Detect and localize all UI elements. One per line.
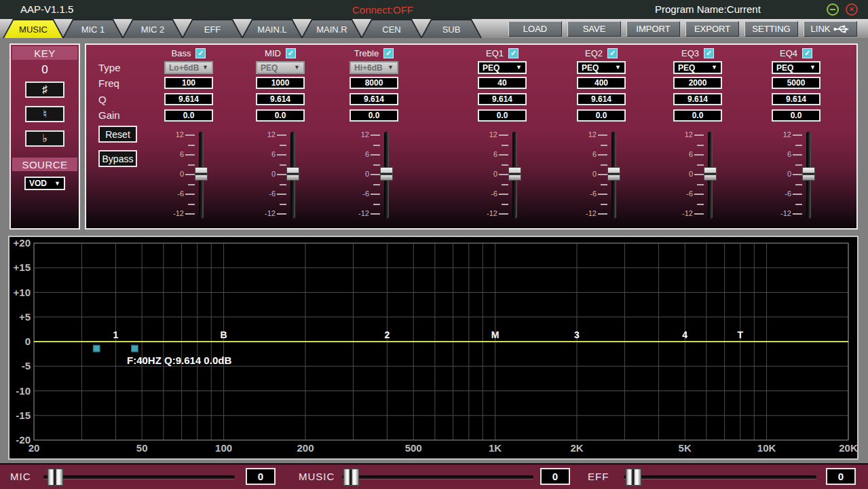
tab-mic-2[interactable]: MIC 2 [122,19,183,38]
tab-mic-1[interactable]: MIC 1 [62,19,124,38]
tab-main-l[interactable]: MAIN.L [242,19,303,38]
tab-music[interactable]: MUSIC [3,19,64,38]
treble-gain-fader[interactable]: 1260-6-12 [353,130,398,221]
eq3-gain-fader[interactable]: 1260-6-12 [677,130,721,221]
link-button[interactable]: LINK [804,21,857,37]
eq4-type-select[interactable]: PEQ▼ [772,61,820,74]
bass-fader-handle[interactable] [195,167,208,181]
fader-tick [694,134,704,136]
tab-cen[interactable]: CEN [361,19,422,38]
eq4-gain-input[interactable]: 0.0 [772,109,820,122]
eq1-gain-input[interactable]: 0.0 [478,109,527,122]
mid-q-input[interactable]: 9.614 [256,93,305,105]
load-button[interactable]: LOAD [508,21,562,37]
eq4-freq-input[interactable]: 5000 [772,77,820,89]
chevron-down-icon: ▼ [54,181,60,187]
key-flat-button[interactable]: ♭ [25,130,64,147]
eq4-enable-checkbox[interactable]: ✓ [802,48,812,58]
eq2-type-select[interactable]: PEQ▼ [577,61,626,74]
bass-freq-input[interactable]: 100 [164,77,213,89]
import-button[interactable]: IMPORT [626,21,680,37]
eq2-enable-checkbox[interactable]: ✓ [607,48,618,58]
eq2-label: EQ2 [585,48,603,58]
fader-tick-label: 0 [677,170,693,178]
treble-enable-checkbox[interactable]: ✓ [383,48,394,58]
eff-volume-value[interactable]: 0 [826,468,856,485]
eq4-fader-handle[interactable] [802,167,815,181]
eq-channels-panel: TypeFreqQGain Reset Bypass Bass✓Lo+6dB▼1… [85,43,858,230]
eq2-q-input[interactable]: 9.614 [577,93,626,105]
key-natural-button[interactable]: ♮ [25,106,64,122]
treble-fader-handle[interactable] [380,167,393,181]
music-volume-slider[interactable] [342,475,533,479]
band-marker-4[interactable]: 4 [682,329,687,340]
key-sharp-button[interactable]: ♯ [25,82,64,98]
band-marker-t[interactable]: T [738,329,744,340]
band-marker-b[interactable]: B [221,329,227,340]
mic-volume-slider[interactable] [43,475,235,479]
eq1-gain-fader[interactable]: 1260-6-12 [481,130,526,221]
eq1-fader-handle[interactable] [508,167,521,181]
minimize-button[interactable] [827,3,839,16]
bass-enable-checkbox[interactable]: ✓ [195,48,206,58]
eq-band-handle[interactable] [93,345,100,352]
tab-face: SUB [422,20,480,38]
eq2-gain-input[interactable]: 0.0 [577,109,626,122]
band-marker-2[interactable]: 2 [385,329,390,340]
bass-gain-fader[interactable]: 1260-6-12 [168,130,212,221]
save-button[interactable]: SAVE [567,21,621,37]
bypass-button[interactable]: Bypass [98,150,137,167]
mid-gain-fader[interactable]: 1260-6-12 [259,130,304,221]
eq2-freq-input[interactable]: 400 [577,77,626,89]
eq-band-handle[interactable] [131,345,138,352]
eq3-fader-handle[interactable] [704,167,717,181]
eq3-gain-input[interactable]: 0.0 [673,109,722,122]
music-volume-handle[interactable] [343,469,359,486]
reset-button[interactable]: Reset [98,126,137,143]
eq3-enable-checkbox[interactable]: ✓ [704,48,714,58]
x-axis-tick-label: 5K [679,442,692,454]
treble-freq-input[interactable]: 8000 [350,77,398,89]
check-icon: ✓ [385,49,392,58]
setting-button[interactable]: SETTING [744,21,798,37]
band-marker-m[interactable]: M [491,329,499,340]
eq3-type-select[interactable]: PEQ▼ [673,61,722,74]
check-icon: ✓ [609,49,616,58]
tab-eff[interactable]: EFF [182,19,243,38]
eff-volume-slider[interactable] [624,475,816,479]
mic-volume-handle[interactable] [48,469,63,486]
treble-q-input[interactable]: 9.614 [350,93,398,105]
eff-volume-handle[interactable] [626,469,641,486]
y-axis-tick-label: +15 [14,261,31,273]
treble-gain-input[interactable]: 0.0 [350,109,398,122]
mic-volume-value[interactable]: 0 [246,468,276,485]
mid-enable-checkbox[interactable]: ✓ [286,48,296,58]
fader-tick-label: 12 [580,130,597,139]
eq4-gain-fader[interactable]: 1260-6-12 [775,130,820,221]
eq3-q-input[interactable]: 9.614 [673,93,722,105]
eq1-enable-checkbox[interactable]: ✓ [508,48,518,58]
eq1-freq-input[interactable]: 40 [478,77,527,89]
source-select[interactable]: VOD ▼ [24,177,65,190]
check-icon: ✓ [510,49,516,58]
export-button[interactable]: EXPORT [685,21,739,37]
bass-q-input[interactable]: 9.614 [164,93,213,105]
eq1-q-input[interactable]: 9.614 [478,93,527,105]
band-marker-1[interactable]: 1 [113,329,119,340]
mid-freq-input[interactable]: 1000 [256,77,305,89]
fader-tick [499,134,508,136]
eq3-freq-input[interactable]: 2000 [673,77,722,89]
music-volume-value[interactable]: 0 [540,468,570,485]
bass-gain-input[interactable]: 0.0 [164,109,213,122]
close-button[interactable]: ✕ [846,3,858,16]
eq1-type-select[interactable]: PEQ▼ [478,61,527,74]
band-marker-3[interactable]: 3 [574,329,580,340]
eq-response-graph[interactable]: +20+15+10+50-5-10-15-2020501002005001K2K… [8,236,858,460]
eq4-q-input[interactable]: 9.614 [772,93,820,105]
eq2-gain-fader[interactable]: 1260-6-12 [580,130,625,221]
eq2-fader-handle[interactable] [607,167,620,181]
mid-gain-input[interactable]: 0.0 [256,109,305,122]
mid-fader-handle[interactable] [286,167,299,181]
tab-main-r[interactable]: MAIN.R [301,19,362,38]
tab-sub[interactable]: SUB [421,19,482,38]
